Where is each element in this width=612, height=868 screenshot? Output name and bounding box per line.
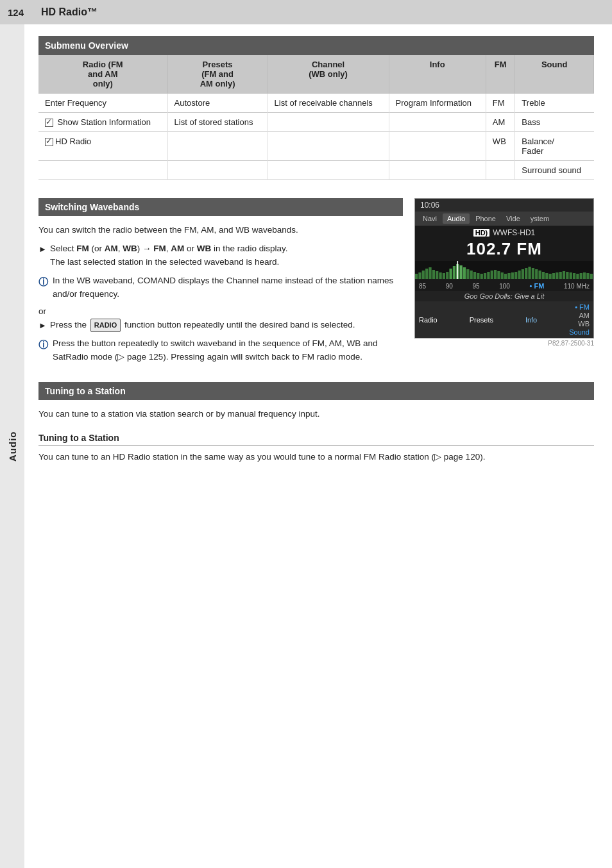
info-item-1: ⓘ In the WB waveband, COMAND displays th… [38, 274, 403, 301]
cell-am1: AM [486, 113, 515, 132]
cell-empty7 [167, 161, 268, 180]
bullet-arrow-2: ► [38, 319, 50, 332]
table-row: Enter Frequency Autostore List of receiv… [38, 94, 594, 113]
switching-wavebands-header: Switching Wavebands [38, 198, 403, 216]
svg-rect-4 [429, 267, 431, 279]
cell-empty5 [389, 132, 486, 161]
svg-rect-27 [507, 273, 510, 279]
submenu-table: Submenu Overview Radio (FMand AMonly) Pr… [38, 36, 594, 180]
cell-empty1 [268, 113, 389, 132]
svg-rect-39 [549, 274, 552, 279]
svg-rect-17 [473, 272, 476, 279]
rd-station-row: HD) WWFS-HD1 [415, 226, 593, 238]
svg-rect-11 [453, 266, 455, 279]
svg-rect-43 [563, 271, 565, 279]
sidebar: Audio [0, 24, 24, 868]
rd-bottom-bar: Radio Presets Info • FM AM WB Sound [415, 301, 593, 338]
rd-tab-video: Vide [502, 213, 525, 224]
right-column: 10:06 Navi Audio Phone Vide ystem HD) WW… [414, 198, 594, 369]
svg-rect-34 [532, 268, 534, 279]
bullet-content-2: Press the RADIO function button repeated… [50, 319, 403, 332]
rd-wb-sound: Sound [569, 328, 590, 336]
cell-show-station: Show Station Information [38, 113, 167, 132]
bullet1-sub: The last selected station in the selecte… [50, 257, 279, 267]
svg-rect-18 [477, 273, 479, 279]
cell-empty4 [268, 132, 389, 161]
rd-fm-active: • FM [530, 282, 545, 290]
table-section-header: Submenu Overview [38, 36, 594, 55]
svg-rect-16 [470, 271, 473, 279]
svg-rect-13 [460, 265, 463, 279]
svg-rect-25 [501, 272, 504, 279]
col-header-presets: Presets(FM andAM only) [167, 55, 268, 94]
page-title: HD Radio™ [36, 6, 98, 18]
cell-empty10 [486, 161, 515, 180]
switching-wavebands-section: Switching Wavebands You can switch the r… [38, 198, 594, 369]
rd-band-110: 110 MHz [564, 283, 590, 290]
svg-rect-22 [491, 271, 493, 279]
cell-wb1: WB [486, 132, 515, 161]
cell-hd-radio: HD Radio [38, 132, 167, 161]
svg-rect-45 [570, 272, 572, 279]
cell-empty3 [167, 132, 268, 161]
rd-bottom-info[interactable]: Info [525, 316, 537, 324]
svg-rect-32 [525, 268, 527, 279]
svg-rect-10 [449, 269, 452, 279]
rd-tab-system: ystem [526, 213, 554, 224]
svg-rect-5 [432, 270, 435, 279]
rd-band-90: 90 [446, 283, 453, 290]
rd-tab-audio[interactable]: Audio [443, 213, 470, 224]
rd-band-85: 85 [419, 283, 426, 290]
rd-wb-am: AM [579, 312, 590, 319]
svg-rect-0 [415, 274, 418, 279]
or-text: or [38, 306, 403, 316]
cell-empty9 [389, 161, 486, 180]
info-content-1: In the WB waveband, COMAND displays the … [53, 274, 403, 301]
svg-rect-7 [439, 272, 441, 279]
cell-treble: Treble [515, 94, 594, 113]
svg-rect-8 [443, 273, 445, 279]
checkbox-show-station [45, 119, 53, 127]
page-header: 124 HD Radio™ [0, 0, 612, 24]
table-row: Show Station Information List of stored … [38, 113, 594, 132]
left-column: Switching Wavebands You can switch the r… [38, 198, 403, 369]
spectrum-svg [415, 261, 593, 279]
col-header-info: Info [389, 55, 486, 94]
col-header-sound: Sound [515, 55, 594, 94]
rd-time: 10:06 [415, 199, 593, 212]
svg-rect-41 [556, 272, 558, 279]
tuning-section-header: Tuning to a Station [38, 382, 594, 400]
bullet-item-1: ► Select FM (or AM, WB) → FM, AM or WB i… [38, 242, 403, 269]
radio-button-kbd[interactable]: RADIO [90, 319, 121, 332]
svg-rect-15 [466, 269, 469, 279]
cell-stored: List of stored stations [167, 113, 268, 132]
rd-tab-navi: Navi [418, 213, 441, 224]
svg-rect-50 [586, 273, 589, 279]
cell-surround: Surround sound [515, 161, 594, 180]
svg-rect-20 [484, 273, 486, 279]
rd-station-name: WWFS-HD1 [493, 228, 535, 237]
svg-rect-14 [463, 267, 466, 279]
svg-rect-23 [494, 270, 497, 279]
svg-rect-37 [542, 272, 545, 279]
rd-caption: P82.87-2500-31 [414, 338, 594, 347]
info-icon-2: ⓘ [38, 337, 53, 352]
rd-bottom-presets[interactable]: Presets [470, 316, 493, 324]
bullet-item-2: ► Press the RADIO function button repeat… [38, 319, 403, 332]
sidebar-label: Audio [7, 431, 18, 462]
rd-wb-fm: • FM [575, 303, 590, 311]
rd-bottom-radio[interactable]: Radio [419, 316, 438, 324]
svg-rect-24 [497, 271, 500, 279]
page-number: 124 [0, 0, 36, 24]
rd-tab-phone: Phone [471, 213, 500, 224]
svg-rect-47 [576, 274, 579, 279]
rd-frequency: 102.7 FM [415, 238, 593, 259]
rd-band-100: 100 [499, 283, 510, 290]
svg-rect-51 [590, 274, 593, 279]
info-icon-1: ⓘ [38, 274, 53, 289]
rd-spectrum [415, 261, 593, 279]
svg-rect-48 [580, 273, 582, 279]
svg-rect-42 [559, 272, 562, 279]
rd-song: Goo Goo Dolls: Give a Lit [415, 291, 593, 301]
svg-rect-36 [538, 271, 541, 279]
